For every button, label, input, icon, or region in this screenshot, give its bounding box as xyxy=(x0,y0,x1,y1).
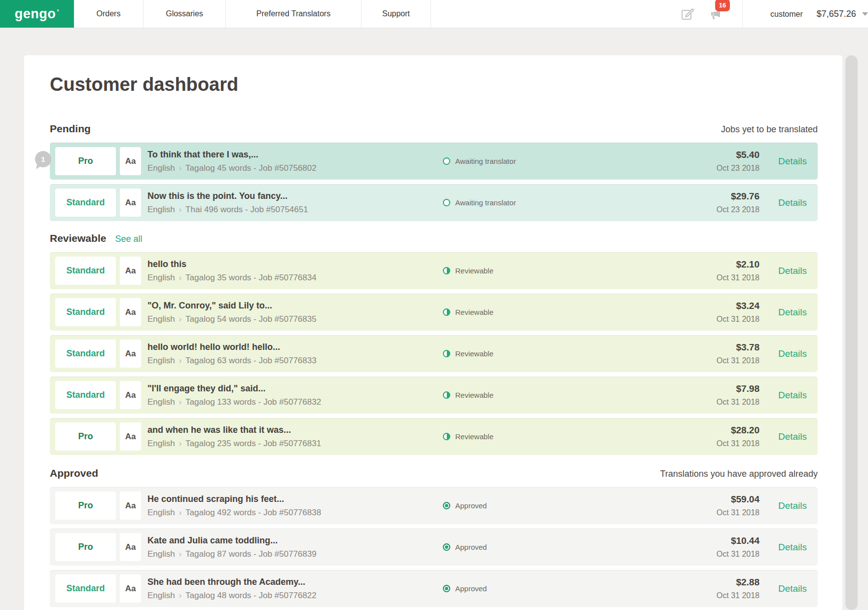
tier-badge: Standard xyxy=(55,257,116,285)
job-main: hello this English›Tagalog 35 words - Jo… xyxy=(145,259,317,283)
job-title: Kate and Julia came toddling... xyxy=(147,535,317,546)
account-menu[interactable]: customer $7,657.26 xyxy=(742,0,868,28)
job-date: Oct 23 2018 xyxy=(717,205,760,214)
lang-from: English xyxy=(147,508,175,517)
job-status: Reviewable xyxy=(443,432,494,441)
approved-subtitle: Translations you have approved already xyxy=(660,469,818,479)
status-label: Reviewable xyxy=(455,432,494,441)
job-money: $5.40 Oct 23 2018 xyxy=(717,150,760,173)
pending-section-header: Pending Jobs yet to be translated xyxy=(50,122,818,135)
job-row[interactable]: Standard Aa hello this English›Tagalog 3… xyxy=(50,252,818,289)
tier-badge: Pro xyxy=(55,533,116,561)
lang-rest: Tagalog 63 words - Job #50776833 xyxy=(185,356,317,365)
job-money: $3.24 Oct 31 2018 xyxy=(717,301,760,324)
status-circle-icon xyxy=(443,502,450,509)
job-title: "O, Mr. Conroy," said Lily to... xyxy=(147,301,317,311)
job-price: $10.44 xyxy=(731,535,760,546)
job-main: "I'll engage they did," said... English›… xyxy=(145,383,321,407)
lang-rest: Tagalog 492 words - Job #50776838 xyxy=(185,508,321,517)
job-language-line: English›Tagalog 87 words - Job #50776839 xyxy=(147,549,317,559)
details-link[interactable]: Details xyxy=(778,266,807,276)
job-status: Approved xyxy=(443,584,487,593)
job-status: Reviewable xyxy=(443,349,494,358)
job-main: hello world! hello world! hello... Engli… xyxy=(145,342,317,366)
nav-item-preferred-translators[interactable]: Preferred Translators xyxy=(226,0,362,28)
details-link[interactable]: Details xyxy=(778,348,807,359)
details-link[interactable]: Details xyxy=(778,583,807,594)
job-price: $2.88 xyxy=(736,577,760,588)
lang-from: English xyxy=(147,439,175,448)
status-circle-icon xyxy=(443,433,450,440)
format-badge: Aa xyxy=(120,298,141,326)
details-link[interactable]: Details xyxy=(778,390,807,401)
status-circle-icon xyxy=(443,157,450,165)
job-language-line: English›Thai 496 words - Job #50754651 xyxy=(147,205,308,215)
lang-from: English xyxy=(147,205,175,214)
chevron-right-icon: › xyxy=(175,398,185,406)
see-all-link[interactable]: See all xyxy=(115,234,142,244)
lang-from: English xyxy=(147,314,175,324)
job-row[interactable]: Standard Aa Now this is the point. You f… xyxy=(50,184,818,221)
job-row[interactable]: Standard Aa She had been through the Aca… xyxy=(50,570,818,607)
status-circle-icon xyxy=(443,267,450,274)
chevron-right-icon: › xyxy=(175,508,185,517)
nav-item-support[interactable]: Support xyxy=(362,0,431,28)
details-link[interactable]: Details xyxy=(778,156,807,167)
job-row[interactable]: Pro Aa Kate and Julia came toddling... E… xyxy=(50,529,818,566)
details-link[interactable]: Details xyxy=(778,307,807,318)
details-link[interactable]: Details xyxy=(778,431,807,442)
tier-badge: Standard xyxy=(55,381,116,409)
job-price: $2.10 xyxy=(736,259,760,270)
job-row[interactable]: Standard Aa "I'll engage they did," said… xyxy=(50,377,818,414)
job-main: Now this is the point. You fancy... Engl… xyxy=(145,191,308,215)
announcements-megaphone-icon[interactable]: 16 xyxy=(708,7,722,21)
details-link[interactable]: Details xyxy=(778,500,807,511)
job-language-line: English›Tagalog 54 words - Job #50776835 xyxy=(147,314,317,324)
job-price: $29.76 xyxy=(731,191,760,202)
chevron-right-icon: › xyxy=(175,164,185,172)
details-link[interactable]: Details xyxy=(778,197,807,208)
lang-rest: Thai 496 words - Job #50754651 xyxy=(185,205,308,214)
job-price: $3.24 xyxy=(736,301,760,311)
job-main: He continued scraping his feet... Englis… xyxy=(145,494,321,518)
job-money: $29.76 Oct 23 2018 xyxy=(717,191,760,214)
job-date: Oct 31 2018 xyxy=(717,398,760,407)
approved-rows: Pro Aa He continued scraping his feet...… xyxy=(50,487,818,607)
lang-rest: Tagalog 35 words - Job #50776834 xyxy=(185,273,317,282)
job-language-line: English›Tagalog 133 words - Job #5077683… xyxy=(147,397,321,407)
reviewable-rows: Standard Aa hello this English›Tagalog 3… xyxy=(50,252,818,455)
nav-item-orders[interactable]: Orders xyxy=(74,0,144,28)
approved-title: Approved xyxy=(50,467,98,480)
dashboard-card: Customer dashboard Pending Jobs yet to b… xyxy=(24,55,842,610)
job-row[interactable]: Pro Aa and when he was like that it was.… xyxy=(50,418,818,455)
compose-icon[interactable] xyxy=(681,7,694,21)
job-status: Approved xyxy=(443,543,487,551)
job-main: Kate and Julia came toddling... English›… xyxy=(145,535,317,559)
lang-rest: Tagalog 87 words - Job #50776839 xyxy=(185,549,317,559)
status-label: Awaiting translator xyxy=(455,198,516,207)
nav-item-glossaries[interactable]: Glossaries xyxy=(144,0,226,28)
job-money: $10.44 Oct 31 2018 xyxy=(717,535,760,559)
format-badge: Aa xyxy=(120,492,141,520)
job-title: and when he was like that it was... xyxy=(147,425,321,435)
lang-rest: Tagalog 48 words - Job #50776822 xyxy=(185,591,317,600)
job-row[interactable]: Standard Aa hello world! hello world! he… xyxy=(50,335,818,372)
job-status: Reviewable xyxy=(443,267,494,275)
lang-rest: Tagalog 54 words - Job #50776835 xyxy=(185,314,317,324)
reviewable-title: Reviewable xyxy=(50,232,106,244)
vertical-scrollbar[interactable] xyxy=(845,55,858,610)
status-label: Approved xyxy=(455,501,487,510)
gengo-logo[interactable]: gengo° xyxy=(0,0,74,28)
job-row[interactable]: Standard Aa "O, Mr. Conroy," said Lily t… xyxy=(50,294,818,331)
format-badge: Aa xyxy=(120,574,141,603)
lang-rest: Tagalog 133 words - Job #50776832 xyxy=(185,397,321,407)
job-row[interactable]: Pro Aa He continued scraping his feet...… xyxy=(50,487,818,524)
chevron-right-icon: › xyxy=(175,356,185,365)
job-status: Awaiting translator xyxy=(443,157,516,165)
account-balance: $7,657.26 xyxy=(817,9,856,19)
job-language-line: English›Tagalog 235 words - Job #5077683… xyxy=(147,439,321,449)
job-row[interactable]: 1 Pro Aa To think that there I was,... E… xyxy=(50,143,818,180)
details-link[interactable]: Details xyxy=(778,542,807,553)
chevron-right-icon: › xyxy=(175,550,185,558)
status-circle-icon xyxy=(443,585,450,592)
